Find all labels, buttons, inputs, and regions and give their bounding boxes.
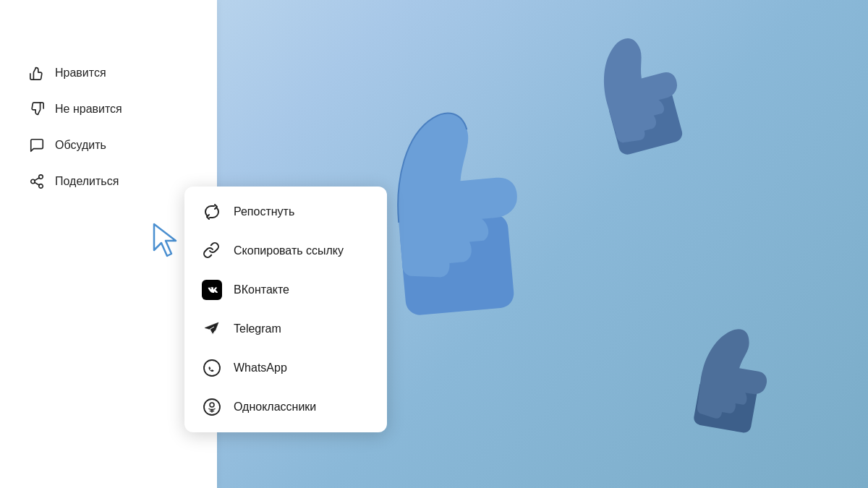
copy-link-label: Скопировать ссылку xyxy=(234,244,344,257)
dropdown-item-telegram[interactable]: Telegram xyxy=(184,309,387,348)
dropdown-item-copy-link[interactable]: Скопировать ссылку xyxy=(184,231,387,270)
telegram-icon xyxy=(202,319,222,339)
svg-line-6 xyxy=(35,182,39,185)
whatsapp-icon xyxy=(202,358,222,378)
share-icon xyxy=(29,174,45,189)
dislike-label: Не нравится xyxy=(55,103,122,116)
sidebar-item-like[interactable]: Нравится xyxy=(29,65,122,81)
link-icon xyxy=(202,241,222,261)
repost-icon xyxy=(202,202,222,222)
share-dropdown: Репостнуть Скопировать ссылку ВКонтакте xyxy=(184,187,387,432)
sidebar-item-discuss[interactable]: Обсудить xyxy=(29,137,122,153)
discuss-label: Обсудить xyxy=(55,139,106,152)
comment-icon xyxy=(29,137,45,153)
svg-point-8 xyxy=(204,360,220,376)
vk-icon xyxy=(202,280,222,300)
whatsapp-label: WhatsApp xyxy=(234,361,287,374)
telegram-label: Telegram xyxy=(234,322,281,335)
thumb-tr-decoration xyxy=(579,14,709,162)
odnoklassniki-label: Одноклассники xyxy=(234,401,316,414)
dropdown-item-whatsapp[interactable]: WhatsApp xyxy=(184,348,387,388)
ok-icon xyxy=(202,397,222,417)
thumbs-up-icon xyxy=(29,65,45,81)
share-label: Поделиться xyxy=(55,175,119,188)
svg-point-10 xyxy=(210,403,214,407)
svg-line-7 xyxy=(35,178,39,181)
repost-label: Репостнуть xyxy=(234,205,294,218)
vkontakte-label: ВКонтакте xyxy=(234,283,289,296)
sidebar-item-share[interactable]: Поделиться xyxy=(29,174,122,189)
dropdown-item-repost[interactable]: Репостнуть xyxy=(184,192,387,231)
like-label: Нравится xyxy=(55,67,106,80)
sidebar-actions: Нравится Не нравится Обсудить Поделиться xyxy=(29,65,122,189)
cursor-pointer xyxy=(148,223,184,262)
sidebar-item-dislike[interactable]: Не нравится xyxy=(29,101,122,117)
thumb-br-decoration xyxy=(680,312,796,445)
dropdown-item-odnoklassniki[interactable]: Одноклассники xyxy=(184,388,387,427)
thumbs-down-icon xyxy=(29,101,45,117)
dropdown-item-vkontakte[interactable]: ВКонтакте xyxy=(184,270,387,309)
